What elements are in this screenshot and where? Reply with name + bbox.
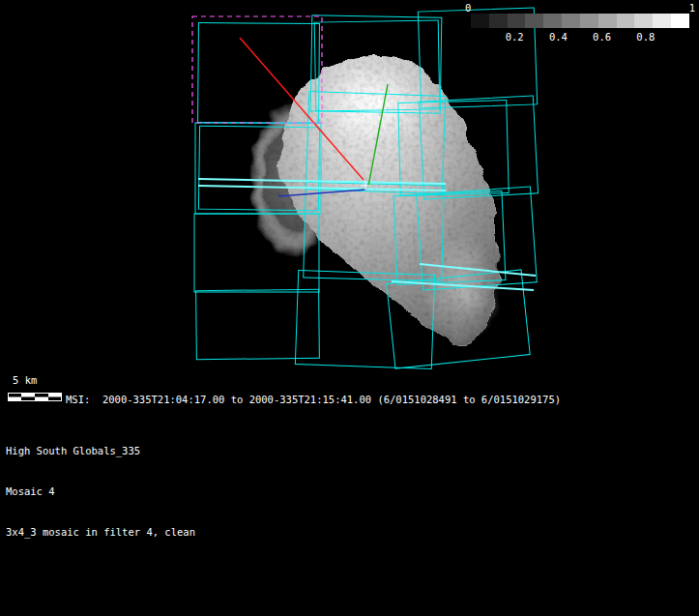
- scale-bar-checker: [8, 393, 62, 401]
- image-footprint[interactable]: [196, 289, 320, 359]
- info-line-sequence: High South Globals_335: [6, 444, 195, 457]
- asteroid-lobe-highlight: [423, 234, 501, 346]
- colorbar-gradient: [471, 14, 689, 28]
- asteroid-highlight: [319, 66, 435, 143]
- colorbar-tick-label: 0.8: [636, 31, 655, 43]
- colorbar-range-labels: 0 1: [465, 2, 693, 14]
- colorbar-min-label: 0: [465, 2, 471, 14]
- colorbar-tick-label: 0.6: [593, 31, 611, 43]
- colorbar-ticks: 0.2 0.4 0.6 0.8: [471, 31, 689, 43]
- status-line: MSI: 2000-335T21:04:17.00 to 2000-335T21…: [66, 394, 561, 405]
- colorbar-max-label: 1: [689, 2, 695, 14]
- scale-bar: 5 km: [8, 374, 62, 405]
- colorbar: 0 1 0.2 0.4 0.6 0.8: [465, 2, 693, 43]
- info-line-description: 3x4_3 mosaic in filter 4, clean: [6, 525, 195, 539]
- info-block: High South Globals_335 Mosaic 4 3x4_3 mo…: [6, 417, 195, 566]
- scale-bar-label: 5 km: [13, 374, 62, 386]
- colorbar-tick-label: 0.2: [506, 31, 524, 43]
- info-line-mosaic: Mosaic 4: [6, 484, 195, 498]
- msi-mosaic-viewer: 0 1 0.2 0.4 0.6 0.8 5 km MSI: 2000-335T2…: [0, 0, 699, 616]
- colorbar-tick-label: 0.4: [549, 31, 568, 43]
